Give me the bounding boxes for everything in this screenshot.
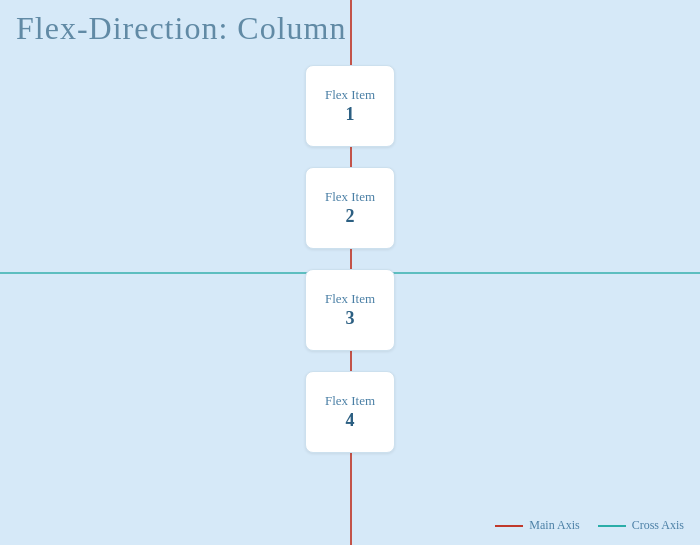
flex-item-3-number: 3 (346, 308, 355, 329)
flex-item-1-label: Flex Item (325, 87, 375, 104)
flex-item-3-label: Flex Item (325, 291, 375, 308)
flex-item-2-number: 2 (346, 206, 355, 227)
cross-axis-legend-line (598, 525, 626, 527)
flex-item-3: Flex Item 3 (305, 269, 395, 351)
page-title: Flex-Direction: Column (16, 10, 346, 47)
legend: Main Axis Cross Axis (495, 518, 684, 533)
main-axis-legend: Main Axis (495, 518, 579, 533)
main-axis-legend-line (495, 525, 523, 527)
flex-container: Flex Item 1 Flex Item 2 Flex Item 3 Flex… (30, 55, 670, 505)
flex-item-1: Flex Item 1 (305, 65, 395, 147)
flex-item-1-number: 1 (346, 104, 355, 125)
flex-item-4: Flex Item 4 (305, 371, 395, 453)
cross-axis-legend: Cross Axis (598, 518, 684, 533)
flex-item-2-label: Flex Item (325, 189, 375, 206)
flex-item-2: Flex Item 2 (305, 167, 395, 249)
flex-item-4-label: Flex Item (325, 393, 375, 410)
cross-axis-legend-label: Cross Axis (632, 518, 684, 533)
flex-item-4-number: 4 (346, 410, 355, 431)
main-axis-legend-label: Main Axis (529, 518, 579, 533)
